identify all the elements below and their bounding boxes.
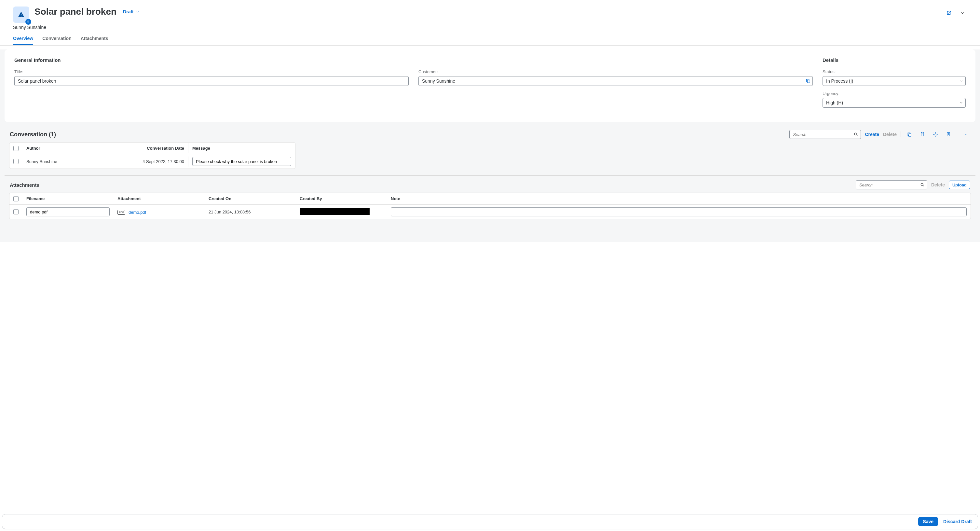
page-header: Solar panel broken Draft [0, 0, 980, 23]
col-created-by: Created By [296, 194, 387, 203]
message-input[interactable] [192, 157, 291, 166]
svg-point-6 [855, 133, 857, 135]
conversation-section: Conversation (1) Create Delete [5, 130, 975, 169]
share-button[interactable] [944, 8, 953, 17]
row-created-by [300, 208, 370, 215]
zoom-badge-icon [25, 19, 31, 25]
page-subtitle: Sunny Sunshine [0, 23, 980, 30]
col-created-on: Created On [205, 194, 296, 203]
header-overflow-button[interactable] [958, 8, 967, 17]
title-label: Title: [14, 69, 409, 74]
value-help-icon[interactable] [806, 78, 811, 84]
tab-overview[interactable]: Overview [13, 36, 33, 45]
row-author: Sunny Sunshine [22, 156, 123, 167]
status-field-label: Status: [822, 69, 966, 74]
title-input[interactable] [14, 76, 409, 86]
attachment-link[interactable]: demo.pdf [129, 210, 146, 215]
upload-button[interactable]: Upload [949, 181, 970, 189]
general-card: General Information Title: Customer: [5, 49, 975, 122]
status-select[interactable] [822, 76, 966, 86]
select-all-checkbox[interactable] [13, 196, 19, 201]
details-section-title: Details [822, 57, 966, 63]
note-input[interactable] [391, 207, 967, 216]
tab-conversation[interactable]: Conversation [42, 36, 71, 45]
row-date: 4 Sept 2022, 17:30:00 [123, 156, 188, 167]
conversation-delete-button[interactable]: Delete [883, 132, 897, 137]
pdf-icon: PDF [118, 210, 125, 215]
row-created-on: 21 Jun 2024, 13:08:56 [205, 207, 296, 217]
urgency-select[interactable] [822, 98, 966, 108]
status-dropdown[interactable]: Draft [123, 9, 140, 14]
col-attachment: Attachment [113, 194, 205, 203]
attachments-section: Attachments Delete Upload Filename [5, 175, 975, 219]
svg-rect-5 [807, 80, 810, 83]
chevron-down-icon [136, 10, 140, 14]
paste-button[interactable] [918, 130, 927, 139]
svg-point-14 [921, 183, 923, 186]
general-section-title: General Information [14, 57, 813, 63]
urgency-label: Urgency: [822, 91, 966, 96]
svg-line-7 [857, 135, 858, 136]
conversation-title: Conversation (1) [10, 131, 56, 138]
col-date: Conversation Date [123, 143, 188, 153]
attachments-table: Filename Attachment Created On Created B… [9, 192, 971, 219]
status-label: Draft [123, 9, 134, 14]
col-author: Author [22, 143, 123, 153]
customer-label: Customer: [418, 69, 813, 74]
attachments-delete-button[interactable]: Delete [931, 182, 945, 188]
settings-button[interactable] [931, 130, 940, 139]
customer-input[interactable] [418, 76, 813, 86]
table-row: Sunny Sunshine 4 Sept 2022, 17:30:00 [10, 154, 295, 169]
separator [900, 132, 901, 137]
svg-rect-9 [909, 134, 911, 136]
page-title: Solar panel broken [35, 6, 116, 17]
overflow-button[interactable] [961, 130, 970, 139]
tab-attachments[interactable]: Attachments [81, 36, 108, 45]
select-all-checkbox[interactable] [13, 146, 19, 151]
col-filename: Filename [22, 194, 113, 203]
col-note: Note [387, 194, 970, 203]
export-button[interactable] [944, 130, 953, 139]
filename-input[interactable] [26, 207, 110, 216]
svg-point-12 [935, 134, 936, 135]
create-button[interactable]: Create [865, 132, 879, 137]
table-row: PDF demo.pdf 21 Jun 2024, 13:08:56 [10, 205, 970, 219]
search-icon[interactable] [854, 132, 858, 137]
tab-bar: Overview Conversation Attachments [0, 30, 980, 46]
attachments-title: Attachments [10, 182, 39, 188]
incident-icon [13, 6, 29, 23]
separator [957, 132, 957, 137]
col-message: Message [188, 143, 295, 153]
search-icon[interactable] [920, 183, 925, 187]
conversation-search-input[interactable] [789, 130, 861, 139]
svg-rect-11 [922, 132, 923, 133]
header-actions [944, 8, 967, 17]
svg-line-15 [923, 186, 924, 186]
svg-line-1 [29, 22, 29, 23]
row-checkbox[interactable] [13, 159, 19, 164]
table-header-row: Author Conversation Date Message [10, 143, 295, 154]
table-header-row: Filename Attachment Created On Created B… [10, 193, 970, 205]
copy-button[interactable] [905, 130, 914, 139]
row-checkbox[interactable] [13, 209, 19, 215]
conversation-table: Author Conversation Date Message Sunny S… [9, 142, 296, 169]
attachments-search-input[interactable] [856, 180, 927, 189]
